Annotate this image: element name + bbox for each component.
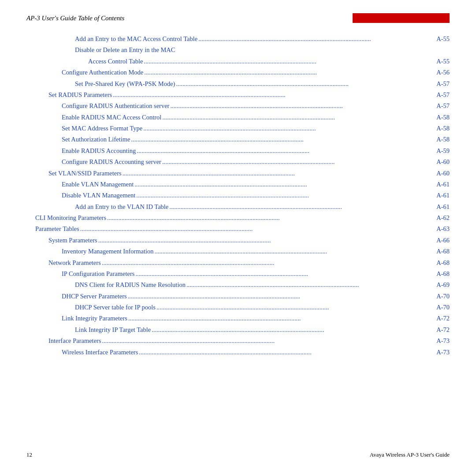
toc-entry-page: A-57 — [436, 78, 450, 89]
toc-entry[interactable]: DHCP Server table for IP pools .........… — [35, 302, 450, 313]
toc-entry-text: DHCP Server Parameters — [62, 291, 127, 302]
toc-entry[interactable]: Configure RADIUS Authentication server .… — [35, 100, 450, 112]
toc-entry[interactable]: Set Authorization Lifetime .............… — [35, 134, 450, 145]
toc-entry-dots: ........................................… — [176, 78, 435, 89]
toc-entry-page: A-62 — [436, 212, 450, 223]
toc-entry-page: A-55 — [436, 56, 450, 67]
toc-entry-dots: ........................................… — [170, 100, 435, 112]
toc-entry[interactable]: Interface Parameters ...................… — [35, 335, 450, 346]
toc-entry-dots: ........................................… — [80, 223, 435, 234]
toc-entry-text: Access Control Table — [88, 56, 143, 67]
toc-entry[interactable]: Disable VLAN Management ................… — [35, 190, 450, 201]
toc-entry-page: A-66 — [436, 235, 450, 246]
toc-entry-text: Interface Parameters — [48, 335, 101, 346]
page-number: 12 — [26, 451, 32, 458]
toc-entry[interactable]: Add an Entry to the MAC Access Control T… — [35, 33, 450, 45]
toc-entry[interactable]: Enable RADIUS MAC Access Control .......… — [35, 112, 450, 123]
toc-entry-text: Network Parameters — [48, 257, 101, 268]
toc-entry-page: A-57 — [436, 100, 450, 112]
toc-entry-page: A-69 — [436, 279, 450, 290]
page-container: AP-3 User's Guide Table of Contents Add … — [0, 0, 476, 476]
toc-entry-dots: ........................................… — [128, 313, 435, 324]
toc-entry-page: A-61 — [436, 201, 450, 212]
toc-entry-dots: ........................................… — [155, 246, 436, 257]
toc-entry-page: A-70 — [436, 291, 450, 302]
toc-entry[interactable]: DNS Client for RADIUS Name Resolution ..… — [35, 279, 450, 290]
toc-entry-dots: ........................................… — [152, 324, 435, 335]
toc-entry-text: Wireless Interface Parameters — [62, 347, 138, 358]
toc-content: Add an Entry to the MAC Access Control T… — [26, 33, 450, 358]
toc-entry-dots: ........................................… — [144, 67, 435, 78]
toc-entry[interactable]: Set VLAN/SSID Parameters ...............… — [35, 168, 450, 179]
toc-entry-dots: ........................................… — [135, 268, 435, 279]
toc-entry-page: A-58 — [436, 123, 450, 134]
toc-entry-text: Set MAC Address Format Type — [62, 123, 142, 134]
toc-entry-dots: ........................................… — [107, 212, 435, 223]
toc-entry-dots: ........................................… — [144, 56, 435, 67]
toc-entry[interactable]: Enable VLAN Management .................… — [35, 179, 450, 190]
toc-entry[interactable]: Enable RADIUS Accounting ...............… — [35, 145, 450, 156]
toc-entry-dots: ........................................… — [143, 123, 435, 134]
toc-entry[interactable]: Set RADIUS Parameters ..................… — [35, 89, 450, 100]
toc-entry[interactable]: Link Integrity IP Target Table .........… — [35, 324, 450, 335]
toc-entry[interactable]: Parameter Tables .......................… — [35, 223, 450, 234]
toc-entry[interactable]: Configure RADIUS Accounting server .....… — [35, 156, 450, 167]
header-title: AP-3 User's Guide Table of Contents — [26, 15, 124, 22]
toc-entry-text: Configure Authentication Mode — [62, 67, 143, 78]
toc-entry-text: DHCP Server table for IP pools — [75, 302, 156, 313]
page-footer: 12 Avaya Wireless AP-3 User's Guide — [26, 451, 450, 458]
toc-entry-dots: ........................................… — [102, 257, 435, 268]
toc-entry-text: Set Authorization Lifetime — [62, 134, 130, 145]
toc-entry-text: System Parameters — [48, 235, 97, 246]
toc-entry[interactable]: Network Parameters .....................… — [35, 257, 450, 268]
toc-entry-dots: ........................................… — [113, 89, 435, 100]
toc-entry-dots: ........................................… — [139, 347, 435, 358]
toc-entry-dots: ........................................… — [162, 156, 435, 167]
toc-entry-text: Disable VLAN Management — [62, 190, 135, 201]
toc-entry-text: Enable RADIUS MAC Access Control — [62, 112, 161, 123]
toc-entry-page: A-58 — [436, 134, 450, 145]
toc-entry-page: A-72 — [436, 313, 450, 324]
toc-entry-text: Set Pre-Shared Key (WPA-PSK Mode) — [75, 78, 175, 89]
toc-entry[interactable]: Wireless Interface Parameters ..........… — [35, 347, 450, 358]
toc-entry[interactable]: DHCP Server Parameters .................… — [35, 291, 450, 302]
toc-entry[interactable]: Link Integrity Parameters ..............… — [35, 313, 450, 324]
toc-entry[interactable]: IP Configuration Parameters ............… — [35, 268, 450, 279]
toc-entry-page: A-72 — [436, 324, 450, 335]
toc-entry-dots: ........................................… — [98, 235, 435, 246]
toc-entry[interactable]: System Parameters ......................… — [35, 235, 450, 246]
toc-entry-text: Enable RADIUS Accounting — [62, 145, 136, 156]
toc-entry-text: Add an Entry to the VLAN ID Table — [75, 201, 168, 212]
toc-entry-page: A-61 — [436, 190, 450, 201]
toc-entry[interactable]: Set MAC Address Format Type ............… — [35, 123, 450, 134]
toc-entry-page: A-73 — [436, 335, 450, 346]
toc-entry-page: A-68 — [436, 257, 450, 268]
toc-entry[interactable]: Add an Entry to the VLAN ID Table ......… — [35, 201, 450, 212]
toc-entry-page: A-57 — [436, 89, 450, 100]
toc-entry-dots: ........................................… — [123, 168, 436, 179]
toc-entry-page: A-61 — [436, 179, 450, 190]
toc-entry-dots: ........................................… — [186, 279, 435, 290]
toc-entry[interactable]: Access Control Table ...................… — [35, 56, 450, 67]
toc-entry[interactable]: Set Pre-Shared Key (WPA-PSK Mode) ......… — [35, 78, 450, 89]
toc-entry-text: Configure RADIUS Authentication server — [62, 100, 169, 112]
toc-entry-text: Link Integrity Parameters — [62, 313, 127, 324]
toc-entry-page: A-73 — [436, 347, 450, 358]
toc-entry-dots: ........................................… — [169, 201, 435, 212]
toc-entry-dots: ........................................… — [198, 33, 435, 45]
toc-entry-text: Disable or Delete an Entry in the MAC — [75, 45, 175, 56]
toc-entry-text: CLI Monitoring Parameters — [35, 212, 106, 223]
toc-entry-dots: ........................................… — [131, 134, 435, 145]
toc-entry[interactable]: Inventory Management Information .......… — [35, 246, 450, 257]
guide-name: Avaya Wireless AP-3 User's Guide — [370, 451, 450, 458]
toc-entry-dots: ........................................… — [137, 145, 435, 156]
toc-entry-text: Add an Entry to the MAC Access Control T… — [75, 33, 197, 45]
toc-entry[interactable]: Configure Authentication Mode ..........… — [35, 67, 450, 78]
toc-entry-dots: ........................................… — [128, 291, 436, 302]
toc-entry-page: A-58 — [436, 112, 450, 123]
header-bar-decoration — [353, 13, 450, 23]
toc-entry[interactable]: Disable or Delete an Entry in the MAC — [35, 45, 450, 56]
toc-entry-page: A-60 — [436, 156, 450, 167]
toc-entry-text: Configure RADIUS Accounting server — [62, 156, 161, 167]
toc-entry[interactable]: CLI Monitoring Parameters ..............… — [35, 212, 450, 223]
